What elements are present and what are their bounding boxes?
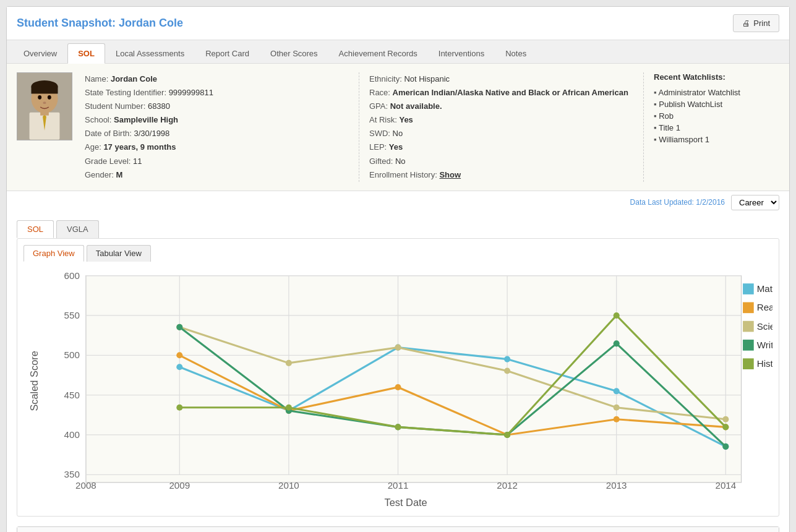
svg-point-54 bbox=[614, 405, 620, 411]
svg-rect-71 bbox=[743, 302, 754, 313]
chart-area: 600 550 500 450 400 350 2008 2009 2010 2… bbox=[17, 262, 779, 516]
svg-text:Reading: Reading bbox=[757, 302, 772, 312]
svg-point-9 bbox=[43, 101, 46, 104]
tab-notes[interactable]: Notes bbox=[495, 43, 537, 63]
svg-text:2009: 2009 bbox=[169, 480, 190, 491]
svg-point-56 bbox=[176, 324, 182, 330]
svg-text:500: 500 bbox=[64, 350, 80, 360]
svg-rect-6 bbox=[31, 87, 58, 94]
svg-rect-68 bbox=[742, 280, 769, 389]
title-prefix: Student Snapshot: bbox=[17, 17, 116, 29]
at-risk: Yes bbox=[399, 115, 413, 124]
svg-point-48 bbox=[614, 416, 620, 422]
enrollment-history-link[interactable]: Show bbox=[439, 170, 461, 179]
svg-rect-75 bbox=[743, 340, 754, 351]
svg-text:2011: 2011 bbox=[388, 480, 409, 491]
svg-text:Math: Math bbox=[757, 283, 772, 294]
tab-local-assessments[interactable]: Local Assessments bbox=[105, 43, 195, 63]
watchlists-section: Recent Watchlists: Administrator Watchli… bbox=[643, 72, 779, 182]
tab-other-scores[interactable]: Other Scores bbox=[260, 43, 328, 63]
state-testing-id: 9999999811 bbox=[169, 88, 213, 97]
watchlist-item: Publish WatchList bbox=[654, 98, 779, 110]
svg-point-8 bbox=[48, 95, 51, 100]
performance-section: – Scaled Score Test Performance – Pass A… bbox=[17, 526, 779, 532]
view-tabs: Graph View Tabular View bbox=[17, 239, 779, 262]
svg-rect-10 bbox=[86, 275, 742, 482]
grade-level: 11 bbox=[133, 157, 142, 166]
chart-section: Graph View Tabular View bbox=[17, 238, 779, 517]
school-name: Sampleville High bbox=[114, 115, 178, 124]
svg-point-53 bbox=[504, 367, 510, 374]
svg-point-46 bbox=[395, 384, 401, 390]
svg-point-41 bbox=[504, 356, 510, 362]
watchlist-item: Title 1 bbox=[654, 122, 779, 134]
race: American Indian/Alaska Native and Black … bbox=[393, 88, 628, 97]
ethnicity: Not Hispanic bbox=[404, 74, 450, 84]
page-title: Student Snapshot: Jordan Cole bbox=[17, 17, 183, 30]
sub-tabs: SOL VGLA bbox=[7, 214, 789, 238]
career-select[interactable]: Career bbox=[731, 195, 779, 210]
dob-label: Date of Birth: bbox=[85, 129, 132, 138]
age-label: Age: bbox=[85, 142, 101, 152]
tab-overview[interactable]: Overview bbox=[13, 43, 67, 63]
svg-text:Science: Science bbox=[757, 320, 772, 331]
chart-svg: 600 550 500 450 400 350 2008 2009 2010 2… bbox=[24, 268, 772, 510]
dob: 3/30/1998 bbox=[134, 129, 170, 138]
print-button[interactable]: 🖨 Print bbox=[733, 14, 779, 32]
student-basic-info: Name: Jordan Cole State Testing Identifi… bbox=[85, 72, 346, 182]
lep: Yes bbox=[389, 142, 403, 152]
tab-sol[interactable]: SOL bbox=[67, 43, 105, 64]
sub-tab-vgla[interactable]: VGLA bbox=[56, 220, 99, 238]
svg-text:550: 550 bbox=[64, 310, 80, 320]
sub-tab-sol[interactable]: SOL bbox=[17, 220, 54, 238]
printer-icon: 🖨 bbox=[742, 19, 750, 28]
tab-interventions[interactable]: Interventions bbox=[428, 43, 495, 63]
svg-text:600: 600 bbox=[64, 270, 80, 280]
svg-point-67 bbox=[722, 424, 729, 430]
svg-text:Test Date: Test Date bbox=[385, 496, 427, 507]
svg-point-65 bbox=[504, 432, 510, 438]
svg-point-62 bbox=[176, 405, 182, 411]
gpa-label: GPA: bbox=[369, 101, 388, 111]
view-tab-graph[interactable]: Graph View bbox=[24, 245, 84, 262]
data-updated-bar: Data Last Updated: 1/2/2016 Career bbox=[7, 191, 789, 214]
svg-text:400: 400 bbox=[64, 429, 80, 440]
student-number-label: Student Number: bbox=[85, 101, 145, 111]
student-demographic-info: Ethnicity: Not Hispanic Race: American I… bbox=[359, 72, 631, 182]
svg-text:2012: 2012 bbox=[497, 480, 518, 491]
page-header: Student Snapshot: Jordan Cole 🖨 Print bbox=[7, 7, 789, 40]
view-tab-tabular[interactable]: Tabular View bbox=[87, 245, 151, 262]
student-name-header: Jordan Cole bbox=[119, 17, 183, 29]
at-risk-label: At Risk: bbox=[369, 115, 397, 124]
watchlist-item: Rob bbox=[654, 110, 779, 122]
svg-point-38 bbox=[176, 364, 182, 370]
enrollment-history-label: Enrollment History: bbox=[369, 170, 437, 179]
svg-text:Writing: Writing bbox=[757, 340, 772, 350]
watchlist-item: Williamsport 1 bbox=[654, 134, 779, 145]
gpa: Not available. bbox=[390, 101, 442, 111]
race-label: Race: bbox=[369, 88, 390, 97]
state-testing-id-label: State Testing Identifier: bbox=[85, 88, 166, 97]
school-label: School: bbox=[85, 115, 111, 124]
watchlists-title: Recent Watchlists: bbox=[654, 72, 779, 82]
student-info-section: Name: Jordan Cole State Testing Identifi… bbox=[7, 64, 789, 191]
svg-text:Scaled Score: Scaled Score bbox=[28, 351, 40, 411]
svg-text:2014: 2014 bbox=[715, 480, 736, 491]
tab-achievement-records[interactable]: Achievement Records bbox=[328, 43, 428, 63]
swd: No bbox=[393, 129, 403, 138]
lep-label: LEP: bbox=[369, 142, 387, 152]
svg-point-61 bbox=[722, 444, 729, 450]
data-updated-link[interactable]: Data Last Updated: 1/2/2016 bbox=[630, 198, 725, 207]
watchlists-list: Administrator Watchlist Publish WatchLis… bbox=[654, 87, 779, 145]
performance-title: – Scaled Score Test Performance – bbox=[17, 527, 779, 532]
svg-point-51 bbox=[286, 360, 292, 366]
gifted: No bbox=[395, 157, 406, 166]
svg-text:350: 350 bbox=[64, 469, 80, 479]
svg-text:History: History bbox=[757, 358, 772, 369]
tab-report-card[interactable]: Report Card bbox=[195, 43, 260, 63]
svg-text:2010: 2010 bbox=[278, 480, 299, 491]
svg-point-60 bbox=[614, 340, 620, 346]
ethnicity-label: Ethnicity: bbox=[369, 74, 402, 84]
svg-point-7 bbox=[38, 95, 41, 100]
swd-label: SWD: bbox=[369, 129, 390, 138]
